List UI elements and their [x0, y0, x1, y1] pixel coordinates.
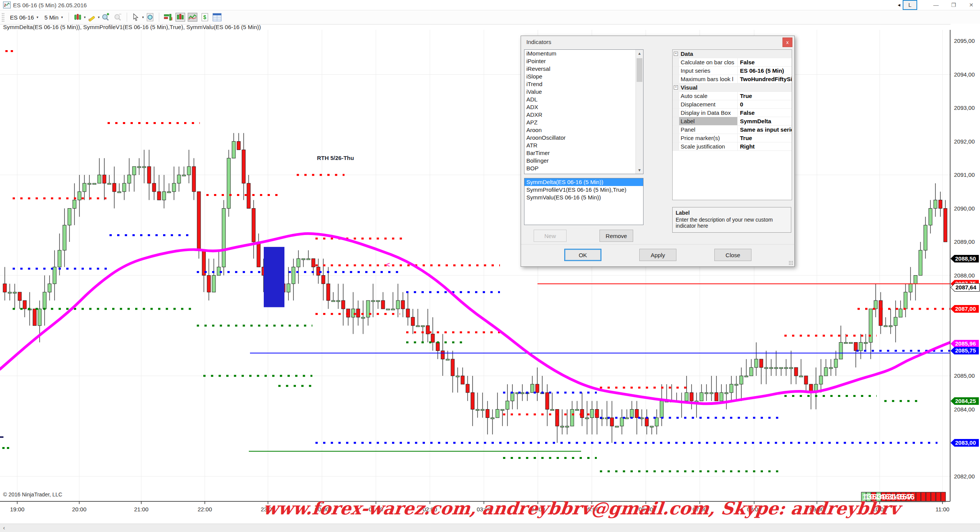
apply-button[interactable]: Apply — [639, 249, 676, 261]
price-tick-label: 2092,00 — [954, 138, 975, 145]
edge-mark — [11, 50, 13, 52]
property-row[interactable]: Maximum bars look lTwoHundredFiftySix — [673, 75, 792, 83]
available-indicators-list[interactable]: iMomentumiPointeriReversaliSlopeiTrendiV… — [524, 49, 644, 174]
price-marker-badge: 2088,50 — [951, 255, 979, 263]
property-row[interactable]: Display in Data BoxFalse — [673, 109, 792, 117]
available-indicator-item[interactable]: ATR — [524, 142, 643, 149]
collapse-icon[interactable]: − — [674, 85, 678, 90]
time-tick-label: 19:00 — [10, 506, 24, 512]
property-gutter — [673, 134, 679, 142]
available-indicator-item[interactable]: BOP — [524, 165, 643, 172]
property-row[interactable]: Scale justificationRight — [673, 142, 792, 151]
property-value[interactable]: True — [738, 92, 792, 100]
available-indicator-item[interactable]: AroonOscillator — [524, 134, 643, 142]
property-label: Displacement — [679, 100, 738, 108]
dialog-footer-divider — [521, 244, 794, 245]
property-category-row[interactable]: −Data — [673, 50, 792, 58]
price-axis[interactable]: 2095,002094,002093,002092,002091,002090,… — [951, 24, 980, 524]
dialog-title-bar[interactable]: Indicators x — [521, 36, 794, 48]
edge-mark — [7, 447, 9, 449]
property-gutter — [673, 92, 679, 100]
property-gutter — [673, 142, 679, 150]
property-value[interactable]: False — [738, 109, 792, 117]
close-dialog-button[interactable]: Close — [714, 249, 751, 261]
ok-button[interactable]: OK — [564, 249, 601, 261]
dialog-resize-grip[interactable] — [789, 261, 793, 265]
new-button[interactable]: New — [534, 230, 567, 242]
dialog-close-button[interactable]: x — [782, 38, 792, 47]
available-indicator-item[interactable]: Aroon — [524, 126, 643, 134]
scroll-left-arrow[interactable]: ‹ — [3, 524, 5, 531]
selected-indicator-item[interactable]: SymmProfileV1(ES 06-16 (5 Min),True) — [524, 186, 643, 194]
available-indicator-item[interactable]: ADL — [524, 96, 643, 103]
property-label: Display in Data Box — [679, 109, 738, 117]
property-value[interactable]: ES 06-16 (5 Min) — [738, 67, 792, 75]
property-label: Input series — [679, 67, 738, 75]
price-tick-label: 2082,00 — [954, 473, 975, 480]
indicator-label-row: SymmDelta(ES 06-16 (5 Min)), SymmProfile… — [3, 24, 261, 30]
property-label: Maximum bars look l — [679, 75, 738, 83]
property-value[interactable]: Right — [738, 142, 792, 150]
chart-plot[interactable]: <11395134963114355476 — [0, 0, 980, 532]
time-tick-label: 11:00 — [936, 506, 949, 512]
selected-indicators-list[interactable]: SymmDelta(ES 06-16 (5 Min))SymmProfileV1… — [524, 178, 644, 225]
available-indicator-item[interactable]: iValue — [524, 88, 643, 96]
price-tick-label: 2095,00 — [954, 38, 975, 44]
property-label: Scale justification — [679, 142, 738, 150]
property-value[interactable]: True — [738, 134, 792, 142]
price-marker-badge: 2085,75 — [951, 347, 979, 354]
property-value[interactable]: SymmDelta — [738, 117, 792, 125]
property-row[interactable]: Price marker(s)True — [673, 134, 792, 142]
scroll-up-arrow[interactable]: ▲ — [636, 50, 643, 57]
available-indicator-item[interactable]: iMomentum — [524, 50, 643, 57]
property-value[interactable]: Same as input series — [738, 126, 792, 134]
property-row[interactable]: Auto scaleTrue — [673, 92, 792, 100]
price-marker-badge: 2083,00 — [951, 439, 979, 447]
property-value[interactable]: False — [738, 58, 792, 66]
property-value[interactable]: TwoHundredFiftySix — [738, 75, 792, 83]
available-indicator-item[interactable]: APZ — [524, 119, 643, 126]
price-tick-label: 2091,00 — [954, 171, 975, 178]
property-description-box: Label Enter the description of your new … — [672, 207, 791, 233]
watermark-text: www.forex-warez.com, andreybbrv@gmail.co… — [262, 498, 901, 519]
scroll-thumb[interactable] — [637, 58, 642, 82]
price-tick-label: 2094,00 — [954, 71, 975, 78]
property-description-title: Label — [676, 210, 788, 216]
edge-mark — [0, 436, 3, 438]
property-gutter — [673, 109, 679, 117]
available-indicator-item[interactable]: ADXR — [524, 111, 643, 119]
remove-button[interactable]: Remove — [599, 230, 633, 242]
selected-indicator-item[interactable]: SymmDelta(ES 06-16 (5 Min)) — [524, 178, 643, 186]
scroll-down-arrow[interactable]: ▼ — [636, 166, 643, 174]
available-indicator-item[interactable]: iReversal — [524, 65, 643, 73]
selected-indicator-item[interactable]: SymmValu(ES 06-16 (5 Min)) — [524, 194, 643, 201]
available-indicator-item[interactable]: iSlope — [524, 73, 643, 80]
price-tick-label: 2093,00 — [954, 104, 975, 111]
property-gutter — [673, 126, 679, 134]
property-row[interactable]: Input seriesES 06-16 (5 Min) — [673, 67, 792, 75]
price-tick-label: 2085,00 — [954, 372, 975, 379]
dialog-title: Indicators — [526, 39, 551, 45]
collapse-icon[interactable]: − — [674, 52, 678, 56]
property-row[interactable]: PanelSame as input series — [673, 126, 792, 134]
available-indicator-item[interactable]: ADX — [524, 103, 643, 111]
property-row[interactable]: Displacement0 — [673, 100, 792, 109]
available-indicator-item[interactable]: iPointer — [524, 57, 643, 65]
property-grid[interactable]: −DataCalculate on bar closFalseInput ser… — [672, 49, 792, 200]
blue-highlight-box — [264, 247, 284, 307]
price-marker-badge: 2087,64 — [951, 284, 979, 291]
copyright-text: © 2016 NinjaTrader, LLC — [3, 491, 62, 498]
property-value[interactable]: 0 — [738, 100, 792, 108]
list-scrollbar[interactable]: ▲ ▼ — [635, 50, 643, 174]
property-row[interactable]: Calculate on bar closFalse — [673, 58, 792, 67]
candles — [3, 133, 947, 443]
property-category-row[interactable]: −Visual — [673, 83, 792, 92]
available-indicator-item[interactable]: BarTimer — [524, 149, 643, 157]
available-indicator-item[interactable]: Bollinger — [524, 157, 643, 165]
property-label: Panel — [679, 126, 738, 134]
price-marker-badge-outline: 2087,64 — [951, 283, 980, 292]
price-tick-label: 2089,00 — [954, 238, 975, 245]
horizontal-scrollbar[interactable]: ‹ — [0, 524, 980, 532]
available-indicator-item[interactable]: iTrend — [524, 80, 643, 88]
property-row[interactable]: LabelSymmDelta — [673, 117, 792, 126]
